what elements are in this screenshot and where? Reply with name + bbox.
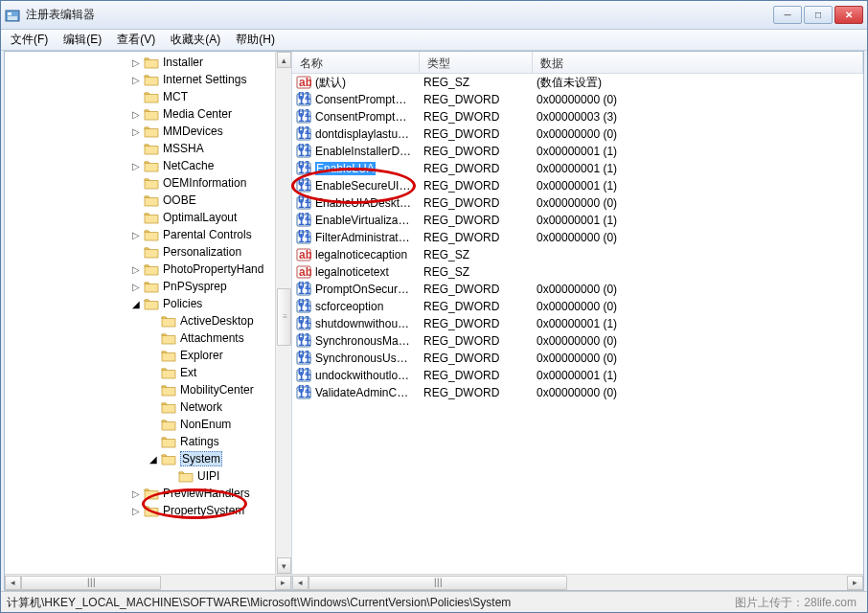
tree-node[interactable]: ◢System: [5, 450, 275, 467]
scroll-track[interactable]: ┃┃┃: [21, 576, 275, 590]
tree-node[interactable]: ▷Internet Settings: [5, 71, 275, 88]
tree-node[interactable]: ▷MMDevices: [5, 123, 275, 140]
tree-node[interactable]: OOBE: [5, 192, 275, 209]
list-row[interactable]: 011110EnableLUAREG_DWORD0x00000001 (1): [292, 160, 863, 177]
list-row[interactable]: 011110ConsentPromptBe...REG_DWORD0x00000…: [292, 108, 863, 125]
tree-node[interactable]: ▷Media Center: [5, 105, 275, 123]
tree-node[interactable]: ▷PnPSysprep: [5, 278, 275, 295]
expand-toggle[interactable]: ▷: [129, 125, 142, 138]
tree-node[interactable]: ▷PhotoPropertyHand: [5, 261, 275, 278]
scroll-down-button[interactable]: ▾: [277, 557, 291, 574]
tree-node[interactable]: Attachments: [5, 329, 275, 347]
menu-edit[interactable]: 编辑(E): [56, 30, 109, 50]
folder-icon: [161, 400, 176, 414]
column-header-name[interactable]: 名称: [292, 52, 420, 73]
list-row[interactable]: 011110SynchronousMach...REG_DWORD0x00000…: [292, 332, 863, 350]
registry-tree[interactable]: ▷Installer▷Internet SettingsMCT▷Media Ce…: [5, 52, 275, 521]
expand-toggle[interactable]: ▷: [129, 108, 142, 121]
column-header-type[interactable]: 类型: [420, 52, 533, 73]
tree-node[interactable]: Explorer: [5, 347, 275, 364]
tree-node[interactable]: ActiveDesktop: [5, 312, 275, 329]
menu-file[interactable]: 文件(F): [3, 30, 56, 50]
list-row[interactable]: 011110ConsentPromptBe...REG_DWORD0x00000…: [292, 91, 863, 108]
scroll-track[interactable]: ≡: [276, 68, 291, 557]
list-row[interactable]: ablegalnoticetextREG_SZ: [292, 263, 863, 281]
expand-toggle: [129, 246, 142, 259]
watermark-text: 图片上传于：28life.com: [735, 595, 857, 611]
list-row[interactable]: 011110EnableVirtualizationREG_DWORD0x000…: [292, 212, 863, 229]
list-row[interactable]: 011110SynchronousUser...REG_DWORD0x00000…: [292, 350, 863, 367]
value-data: 0x00000000 (0): [533, 127, 863, 141]
tree-node[interactable]: Ext: [5, 364, 275, 381]
list-row[interactable]: 011110EnableInstallerDet...REG_DWORD0x00…: [292, 143, 863, 160]
scroll-track[interactable]: ┃┃┃: [308, 576, 847, 590]
menu-view[interactable]: 查看(V): [109, 30, 163, 50]
scroll-thumb[interactable]: ┃┃┃: [308, 576, 567, 590]
tree-node[interactable]: ▷Parental Controls: [5, 226, 275, 243]
scroll-up-button[interactable]: ▴: [277, 52, 291, 68]
tree-node[interactable]: Ratings: [5, 433, 275, 450]
scroll-thumb[interactable]: ┃┃┃: [21, 576, 161, 590]
tree-node[interactable]: UIPI: [5, 467, 275, 485]
tree-node[interactable]: ◢Policies: [5, 295, 275, 312]
tree-node[interactable]: ▷Installer: [5, 54, 275, 71]
tree-node[interactable]: OEMInformation: [5, 174, 275, 192]
tree-node[interactable]: OptimalLayout: [5, 209, 275, 226]
menu-help[interactable]: 帮助(H): [228, 30, 283, 50]
tree-node[interactable]: ▷PreviewHandlers: [5, 485, 275, 502]
expand-toggle[interactable]: ▷: [129, 160, 142, 172]
list-row[interactable]: 011110shutdownwithoutl...REG_DWORD0x0000…: [292, 315, 863, 332]
list-row[interactable]: 011110EnableUIADeskto...REG_DWORD0x00000…: [292, 194, 863, 212]
expand-toggle[interactable]: ▷: [129, 229, 142, 241]
list-row[interactable]: ablegalnoticecaptionREG_SZ: [292, 246, 863, 263]
chevron-right-icon: ▷: [132, 57, 140, 68]
dword-value-icon: 011110: [296, 351, 311, 366]
tree-node[interactable]: ▷NetCache: [5, 157, 275, 174]
tree-node[interactable]: NonEnum: [5, 416, 275, 433]
tree-node[interactable]: MobilityCenter: [5, 381, 275, 398]
menu-favorites[interactable]: 收藏夹(A): [163, 30, 228, 50]
expand-toggle[interactable]: ▷: [129, 488, 142, 500]
scroll-thumb[interactable]: ≡: [277, 288, 291, 346]
expand-toggle[interactable]: ▷: [129, 263, 142, 276]
list-row[interactable]: 011110PromptOnSecureD...REG_DWORD0x00000…: [292, 281, 863, 298]
list-row[interactable]: 011110ValidateAdminCod...REG_DWORD0x0000…: [292, 384, 863, 401]
titlebar[interactable]: 注册表编辑器 ─ □ ✕: [1, 1, 867, 30]
expand-toggle[interactable]: ◢: [147, 453, 159, 465]
tree-node[interactable]: MSSHA: [5, 140, 275, 157]
close-button[interactable]: ✕: [834, 6, 863, 24]
value-list[interactable]: ab(默认)REG_SZ(数值未设置)011110ConsentPromptBe…: [292, 74, 863, 574]
minimize-icon: ─: [784, 11, 790, 20]
folder-icon: [144, 142, 159, 155]
scroll-left-button[interactable]: ◂: [5, 576, 21, 590]
tree-node-label: PhotoPropertyHand: [163, 262, 263, 276]
expand-toggle: [129, 212, 142, 224]
scroll-left-button[interactable]: ◂: [292, 576, 308, 590]
list-row[interactable]: ab(默认)REG_SZ(数值未设置): [292, 74, 863, 91]
tree-horizontal-scrollbar[interactable]: ◂ ┃┃┃ ▸: [5, 574, 291, 590]
expand-toggle[interactable]: ▷: [129, 74, 142, 86]
tree-node[interactable]: Network: [5, 398, 275, 416]
minimize-button[interactable]: ─: [773, 6, 802, 24]
tree-node-label: Media Center: [163, 107, 232, 121]
expand-toggle[interactable]: ▷: [129, 505, 142, 517]
tree-node[interactable]: Personalization: [5, 243, 275, 261]
list-row[interactable]: 011110EnableSecureUIAP...REG_DWORD0x0000…: [292, 177, 863, 194]
maximize-button[interactable]: □: [804, 6, 833, 24]
column-header-data[interactable]: 数据: [533, 52, 863, 73]
scroll-right-button[interactable]: ▸: [847, 576, 863, 590]
expand-toggle[interactable]: ▷: [129, 57, 142, 69]
menubar: 文件(F) 编辑(E) 查看(V) 收藏夹(A) 帮助(H): [1, 30, 867, 51]
tree-node[interactable]: ▷PropertySystem: [5, 502, 275, 519]
scroll-right-button[interactable]: ▸: [275, 576, 291, 590]
tree-node[interactable]: MCT: [5, 88, 275, 105]
list-horizontal-scrollbar[interactable]: ◂ ┃┃┃ ▸: [292, 574, 863, 590]
expand-toggle[interactable]: ▷: [129, 281, 142, 293]
tree-node-label: Policies: [163, 297, 202, 310]
tree-vertical-scrollbar[interactable]: ▴ ≡ ▾: [275, 52, 291, 574]
list-row[interactable]: 011110FilterAdministrator...REG_DWORD0x0…: [292, 229, 863, 246]
list-row[interactable]: 011110dontdisplaylastuse...REG_DWORD0x00…: [292, 125, 863, 143]
list-row[interactable]: 011110scforceoptionREG_DWORD0x00000000 (…: [292, 298, 863, 315]
expand-toggle[interactable]: ◢: [129, 298, 142, 310]
list-row[interactable]: 011110undockwithoutlog...REG_DWORD0x0000…: [292, 367, 863, 384]
